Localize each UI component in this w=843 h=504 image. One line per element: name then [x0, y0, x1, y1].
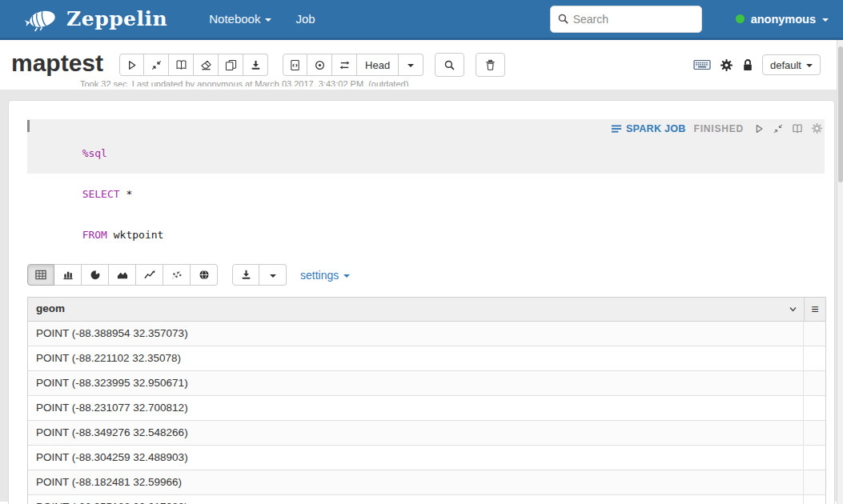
show-output-button[interactable] [169, 54, 194, 76]
search-input[interactable] [573, 13, 685, 26]
run-all-button[interactable] [119, 54, 144, 76]
file-code-icon [289, 59, 301, 71]
menu-notebook[interactable]: Notebook [209, 12, 271, 26]
trash-icon [484, 59, 496, 71]
grid-menu-button[interactable]: ≡ [804, 298, 825, 321]
menu-notebook-label: Notebook [209, 12, 260, 26]
run-paragraph-button[interactable] [753, 123, 765, 134]
notebook-search[interactable] [550, 6, 702, 33]
download-options-caret[interactable] [259, 264, 287, 286]
spark-job-link[interactable]: SPARK JOB [611, 123, 686, 134]
table-row: POINT (-88.388954 32.357073) [28, 322, 825, 346]
viz-pie-chart-button[interactable] [82, 264, 109, 286]
revision-selector-caret[interactable] [399, 54, 424, 76]
top-navbar: Zeppelin Notebook Job anonymous [0, 0, 843, 40]
note-toolbar: maptest Head [0, 40, 843, 90]
pie-chart-icon [89, 269, 102, 281]
revision-group: Head [283, 54, 424, 76]
search-icon [444, 59, 456, 71]
sql-text: * [120, 188, 133, 200]
book-icon [792, 123, 803, 134]
eraser-icon [200, 59, 212, 71]
sql-text: wktpoint [107, 229, 163, 241]
viz-line-chart-button[interactable] [136, 264, 163, 286]
search-icon [557, 13, 569, 25]
delete-note-button[interactable] [476, 53, 505, 77]
download-result-button[interactable] [232, 264, 259, 286]
search-code-button[interactable] [435, 53, 464, 77]
swap-arrows-icon [339, 59, 351, 71]
navbar-menus: Notebook Job [209, 12, 315, 26]
menu-job-label: Job [295, 12, 315, 26]
username-label: anonymous [751, 13, 816, 26]
clone-note-button[interactable] [219, 54, 243, 76]
show-editor-button[interactable] [792, 123, 803, 134]
chevron-down-icon [822, 18, 829, 22]
menu-job[interactable]: Job [295, 12, 315, 26]
shortcut-keyboard-icon[interactable] [693, 58, 711, 71]
sql-keyword: SELECT [82, 188, 120, 200]
viz-area-chart-button[interactable] [109, 264, 136, 286]
scatter-chart-icon [171, 269, 183, 281]
note-permissions-lock-icon[interactable] [742, 58, 753, 72]
revision-selector[interactable]: Head [357, 54, 399, 76]
spark-job-label: SPARK JOB [626, 123, 686, 134]
chart-settings-toggle[interactable]: settings [300, 269, 350, 282]
chevron-down-icon [407, 64, 414, 67]
paragraph-controls: SPARK JOB FINISHED [611, 122, 823, 134]
paragraph-status: FINISHED [694, 123, 744, 134]
revision-label: Head [365, 59, 390, 71]
user-menu[interactable]: anonymous [736, 13, 829, 26]
chevron-down-icon [265, 18, 271, 22]
table-row: POINT (-86.955186 32.617088) [28, 495, 825, 504]
target-circle-icon [314, 59, 326, 71]
clear-output-button[interactable] [194, 54, 219, 76]
sql-keyword: FROM [82, 229, 107, 241]
connection-status-icon [736, 14, 745, 23]
interpreter-label: default [770, 59, 801, 71]
settings-label: settings [300, 269, 339, 282]
export-note-button[interactable] [243, 54, 268, 76]
viz-scatter-chart-button[interactable] [163, 264, 191, 286]
viz-button-group [27, 264, 218, 286]
paragraph-settings-gear-icon[interactable] [811, 122, 823, 134]
column-header-geom[interactable]: geom [28, 298, 789, 321]
result-table: geom ≡ POINT (-88.388954 32.357073) POIN… [27, 297, 826, 504]
note-settings-gear-icon[interactable] [720, 58, 733, 72]
zeppelin-brand[interactable]: Zeppelin [24, 7, 167, 31]
note-status-line: Took 32 sec. Last updated by anonymous a… [80, 79, 592, 86]
viz-map-button[interactable] [191, 264, 218, 286]
hamburger-icon: ≡ [811, 302, 818, 317]
interpreter-directive: %sql [82, 147, 107, 159]
download-group [232, 264, 287, 286]
compress-icon [773, 123, 784, 134]
collapse-code-button[interactable] [144, 54, 169, 76]
compress-icon [151, 59, 163, 71]
compare-revisions-button[interactable] [332, 54, 357, 76]
commit-version-button[interactable] [283, 54, 307, 76]
collapse-paragraph-button[interactable] [773, 123, 784, 134]
area-chart-icon [116, 269, 129, 281]
note-action-group [119, 54, 268, 76]
sort-indicator[interactable] [789, 298, 804, 321]
interpreter-binding-button[interactable]: default [762, 54, 821, 75]
download-icon [250, 59, 262, 71]
sql-code-editor[interactable]: %sql SELECT * FROM wktpoint [27, 119, 825, 255]
brand-name: Zeppelin [66, 7, 167, 30]
chevron-down-icon [343, 274, 350, 278]
viz-table-button[interactable] [27, 264, 54, 286]
job-list-icon [611, 123, 622, 134]
play-icon [130, 61, 135, 68]
table-row: POINT (-88.323995 32.950671) [28, 371, 825, 396]
page-scrollbar-track[interactable] [837, 40, 843, 504]
viz-bar-chart-button[interactable] [54, 264, 82, 286]
globe-icon [198, 269, 211, 281]
toolbar-right-cluster: default [693, 54, 821, 75]
book-icon [175, 59, 187, 71]
page-scrollbar-thumb[interactable] [838, 46, 843, 182]
set-revision-button[interactable] [307, 54, 332, 76]
table-header-row: geom ≡ [28, 298, 825, 322]
note-title[interactable]: maptest [11, 50, 103, 77]
note-page-background: %sql SELECT * FROM wktpoint SPARK JOB FI… [0, 90, 843, 502]
table-row: POINT (-88.304259 32.488903) [28, 446, 825, 470]
